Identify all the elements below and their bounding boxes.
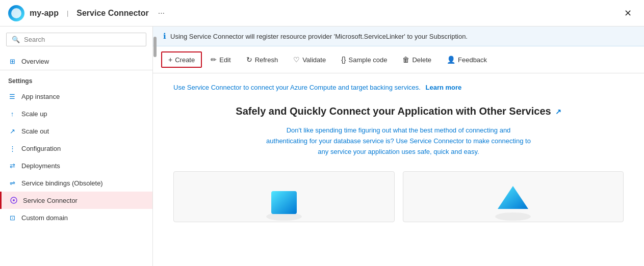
close-button[interactable]: ✕ [620, 6, 636, 21]
sidebar-item-label: Custom domain [21, 214, 68, 222]
edit-icon: ✏ [211, 56, 217, 64]
connector-description: Use Service Connector to connect your Az… [173, 84, 624, 91]
validate-label: Validate [302, 56, 326, 64]
info-icon: ℹ [163, 32, 166, 41]
sidebar-item-label: Deployments [21, 162, 60, 170]
sidebar-item-service-bindings[interactable]: ⇌ Service bindings (Obsolete) [0, 174, 152, 192]
code-icon: {} [341, 56, 346, 64]
main-heading: Safely and Quickly Connect your Applicat… [173, 105, 624, 117]
sidebar-item-label: Service Connector [23, 197, 78, 204]
sidebar-item-label: Service bindings (Obsolete) [21, 179, 103, 187]
header: my-app | Service Connector ··· ✕ [0, 0, 644, 26]
header-right: ✕ [620, 6, 636, 21]
sidebar-nav: ⊞ Overview Settings ☰ App instance ↑ Sca… [0, 52, 152, 266]
delete-label: Delete [412, 56, 431, 64]
scale-out-icon: ↗ [8, 127, 16, 135]
feedback-icon: 👤 [447, 56, 455, 64]
description-text: Use Service Connector to connect your Az… [173, 84, 421, 91]
sidebar-item-label: App instance [21, 93, 60, 100]
list-icon: ☰ [8, 92, 16, 100]
create-button[interactable]: + Create [161, 51, 202, 68]
search-input[interactable] [24, 36, 141, 43]
sidebar-item-overview[interactable]: ⊞ Overview [0, 52, 152, 70]
toolbar: + Create ✏ Edit ↻ Refresh ♡ Validate {} … [153, 46, 644, 73]
search-icon: 🔍 [12, 36, 20, 43]
sidebar-item-scale-out[interactable]: ↗ Scale out [0, 122, 152, 140]
info-banner: ℹ Using Service Connector will register … [153, 26, 644, 46]
card-1-visual [261, 181, 307, 222]
plus-icon: + [168, 56, 172, 64]
svg-rect-3 [271, 191, 297, 214]
edit-label: Edit [219, 56, 230, 64]
header-left: my-app | Service Connector ··· [8, 5, 169, 21]
sidebar-item-label: Scale out [21, 127, 49, 135]
edit-button[interactable]: ✏ Edit [204, 52, 237, 67]
settings-section-label: Settings [0, 70, 152, 88]
scale-up-icon: ↑ [8, 110, 16, 118]
delete-icon: 🗑 [402, 56, 409, 64]
grid-icon: ⊞ [8, 57, 16, 65]
refresh-icon: ↻ [246, 56, 252, 64]
sidebar-wrapper: 🔍 ⊞ Overview Settings ☰ App instance [0, 26, 153, 266]
main-content-center: Safely and Quickly Connect your Applicat… [173, 105, 624, 157]
deploy-icon: ⇄ [8, 162, 16, 170]
sidebar-item-label: Configuration [21, 145, 61, 152]
main-container: 🔍 ⊞ Overview Settings ☰ App instance [0, 26, 644, 266]
sidebar-item-app-instance[interactable]: ☰ App instance [0, 88, 152, 105]
sidebar-item-label: Overview [21, 58, 49, 65]
external-link-icon: ↗ [555, 108, 561, 116]
search-box[interactable]: 🔍 [6, 33, 146, 46]
more-button[interactable]: ··· [154, 7, 169, 20]
cards-row [173, 171, 624, 222]
info-banner-text: Using Service Connector will register re… [170, 33, 468, 40]
feedback-label: Feedback [458, 56, 487, 64]
sidebar: 🔍 ⊞ Overview Settings ☰ App instance [0, 26, 153, 266]
sidebar-item-deployments[interactable]: ⇄ Deployments [0, 157, 152, 174]
create-label: Create [175, 56, 195, 64]
delete-button[interactable]: 🗑 Delete [396, 52, 438, 67]
main-subtext: Don't like spending time figuring out wh… [266, 125, 531, 157]
refresh-button[interactable]: ↻ Refresh [240, 52, 285, 67]
svg-point-4 [495, 212, 531, 221]
bars-icon: ⋮ [8, 144, 16, 152]
sidebar-scroll-thumb [153, 37, 157, 57]
svg-point-1 [13, 199, 15, 201]
card-2-visual [490, 181, 536, 222]
page-title: Service Connector [76, 9, 148, 18]
content-body: Use Service Connector to connect your Az… [153, 73, 644, 266]
app-icon-inner [11, 8, 21, 18]
header-divider: | [67, 9, 68, 17]
learn-more-link[interactable]: Learn more [425, 84, 461, 91]
card-2 [403, 171, 624, 222]
sample-code-label: Sample code [349, 56, 388, 64]
sidebar-item-label: Scale up [21, 110, 47, 118]
sidebar-item-scale-up[interactable]: ↑ Scale up [0, 105, 152, 122]
content-area: ℹ Using Service Connector will register … [153, 26, 644, 266]
app-icon [8, 5, 24, 21]
domain-icon: ⊡ [8, 214, 16, 222]
connector-icon [10, 196, 18, 204]
sidebar-item-service-connector[interactable]: Service Connector [0, 192, 152, 209]
sample-code-button[interactable]: {} Sample code [334, 52, 394, 67]
sidebar-item-configuration[interactable]: ⋮ Configuration [0, 140, 152, 157]
link-icon: ⇌ [8, 179, 16, 187]
sidebar-item-custom-domain[interactable]: ⊡ Custom domain [0, 209, 152, 226]
svg-marker-5 [498, 186, 528, 209]
validate-button[interactable]: ♡ Validate [287, 52, 332, 67]
card-1 [173, 171, 395, 222]
feedback-button[interactable]: 👤 Feedback [440, 52, 494, 67]
refresh-label: Refresh [255, 56, 278, 64]
app-name: my-app [30, 9, 59, 18]
validate-icon: ♡ [293, 56, 300, 64]
heading-text: Safely and Quickly Connect your Applicat… [236, 105, 551, 117]
